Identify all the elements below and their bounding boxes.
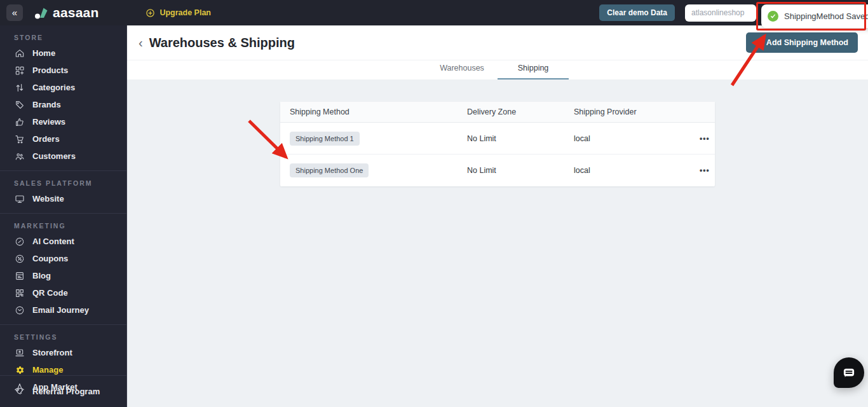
content-area: Shipping Method Delivery Zone Shipping P…: [127, 79, 868, 407]
email-journey-badge-icon: [14, 305, 25, 315]
section-label-store: STORE: [14, 34, 126, 41]
sidebar-nav: STORE Home Products Categories Brands Re…: [0, 25, 127, 407]
shipping-methods-table: Shipping Method Delivery Zone Shipping P…: [280, 102, 715, 186]
sidebar-divider: [0, 213, 126, 214]
sidebar-item-label: Coupons: [32, 254, 68, 264]
storefront-laptop-icon: [14, 347, 25, 358]
column-header-shipping-provider: Shipping Provider: [574, 107, 700, 116]
sidebar-item-label: Email Journey: [32, 305, 89, 315]
sidebar-item-categories[interactable]: Categories: [0, 79, 126, 96]
tag-icon: [14, 99, 25, 110]
sidebar-item-label: Home: [32, 48, 55, 59]
sidebar-item-email-journey[interactable]: Email Journey: [0, 301, 126, 319]
home-icon: [14, 48, 25, 59]
monitor-icon: [14, 193, 25, 204]
tab-warehouses[interactable]: Warehouses: [426, 60, 498, 79]
page-title-bar: ‹ Warehouses & Shipping + Add Shipping M…: [127, 25, 868, 60]
sidebar-footer: Referral Program: [0, 375, 126, 407]
collapse-chevrons-icon: «: [12, 7, 17, 18]
sidebar-item-label: Storefront: [32, 348, 72, 358]
aasaan-logo: aasaan: [34, 5, 98, 20]
ai-content-badge-icon: [14, 236, 25, 247]
section-label-sales-platform: SALES PLATFORM: [14, 179, 126, 187]
sidebar-item-products[interactable]: Products: [0, 62, 126, 79]
sidebar-item-blog[interactable]: Blog: [0, 267, 126, 284]
cart-icon: [14, 134, 25, 144]
categories-sort-icon: [14, 82, 25, 93]
sidebar-item-ai-content[interactable]: AI Content: [0, 233, 126, 250]
shipping-provider-cell: local: [574, 166, 700, 175]
delivery-zone-cell: No Limit: [467, 166, 574, 175]
upgrade-plan-button[interactable]: Upgrade Plan: [146, 8, 211, 18]
circled-plus-icon: [146, 8, 155, 18]
table-row[interactable]: Shipping Method One No Limit local •••: [280, 155, 715, 186]
sidebar-item-label: Referral Program: [32, 387, 100, 397]
shipping-method-badge: Shipping Method One: [290, 163, 369, 177]
sidebar-item-orders[interactable]: Orders: [0, 130, 126, 148]
sidebar-item-storefront[interactable]: Storefront: [0, 344, 126, 361]
sidebar-item-website[interactable]: Website: [0, 190, 126, 207]
sidebar-item-label: Manage: [32, 365, 63, 375]
sidebar-item-label: Website: [32, 194, 64, 204]
aasaan-logo-icon: [34, 6, 49, 20]
back-chevron-icon[interactable]: ‹: [139, 36, 143, 50]
users-icon: [14, 151, 25, 162]
toast-notification: ShippingMethod Saved..: [761, 4, 868, 28]
sidebar-item-customers[interactable]: Customers: [0, 148, 126, 165]
sidebar-item-label: Reviews: [32, 117, 65, 127]
sidebar-item-label: Orders: [32, 134, 60, 144]
section-label-marketing: MARKETING: [14, 222, 126, 230]
delivery-zone-cell: No Limit: [467, 134, 574, 143]
row-menu-ellipsis-icon[interactable]: •••: [700, 134, 710, 143]
row-menu-ellipsis-icon[interactable]: •••: [700, 166, 710, 175]
sidebar-item-referral-program[interactable]: Referral Program: [0, 383, 126, 400]
section-label-settings: SETTINGS: [14, 333, 126, 341]
chat-launcher-button[interactable]: [834, 357, 864, 388]
clear-demo-data-button[interactable]: Clear demo Data: [599, 4, 675, 21]
tab-shipping[interactable]: Shipping: [498, 60, 569, 79]
store-name-input[interactable]: [685, 4, 756, 22]
sidebar-item-label: AI Content: [32, 237, 74, 247]
sidebar-item-label: QR Code: [32, 288, 68, 298]
plus-icon: +: [756, 39, 761, 46]
toast-message: ShippingMethod Saved..: [784, 11, 868, 21]
sidebar-item-brands[interactable]: Brands: [0, 96, 126, 113]
qr-code-icon: [14, 287, 25, 298]
table-header-row: Shipping Method Delivery Zone Shipping P…: [280, 102, 715, 123]
sidebar-item-label: Blog: [32, 271, 51, 281]
logo-text: aasaan: [53, 5, 98, 20]
sidebar-item-reviews[interactable]: Reviews: [0, 113, 126, 130]
gear-icon: [14, 364, 25, 375]
handshake-icon: [14, 386, 25, 397]
top-bar: « aasaan Upgrade Plan Clear demo Data: [0, 0, 868, 25]
chat-bubble-icon: [842, 367, 856, 378]
tab-bar: Warehouses Shipping: [127, 60, 868, 79]
sidebar-item-coupons[interactable]: Coupons: [0, 250, 126, 267]
shipping-method-badge: Shipping Method 1: [290, 132, 360, 146]
column-header-delivery-zone: Delivery Zone: [467, 107, 574, 116]
products-grid-icon: [14, 65, 25, 76]
blog-document-icon: [14, 270, 25, 281]
sidebar-item-home[interactable]: Home: [0, 45, 126, 62]
page-title: Warehouses & Shipping: [149, 36, 295, 50]
sidebar-item-label: Categories: [32, 83, 75, 93]
upgrade-plan-label: Upgrade Plan: [159, 8, 211, 17]
sidebar-item-qr-code[interactable]: QR Code: [0, 284, 126, 301]
sidebar-item-label: Customers: [32, 151, 76, 162]
shipping-provider-cell: local: [574, 134, 700, 143]
sidebar-item-label: Products: [32, 66, 68, 76]
add-shipping-method-label: Add Shipping Method: [766, 38, 848, 47]
column-header-shipping-method: Shipping Method: [290, 107, 467, 116]
coupon-badge-icon: [14, 253, 25, 264]
add-shipping-method-button[interactable]: + Add Shipping Method: [746, 32, 858, 53]
sidebar-divider: [0, 324, 126, 325]
table-row[interactable]: Shipping Method 1 No Limit local •••: [280, 123, 715, 155]
reviews-thumbs-up-icon: [14, 116, 25, 127]
success-check-icon: [768, 11, 778, 22]
main-content: ‹ Warehouses & Shipping + Add Shipping M…: [127, 25, 868, 407]
sidebar-collapse-button[interactable]: «: [6, 4, 23, 21]
topbar-right-group: Clear demo Data: [599, 4, 756, 22]
sidebar-item-label: Brands: [32, 100, 61, 110]
sidebar-divider: [0, 170, 126, 171]
